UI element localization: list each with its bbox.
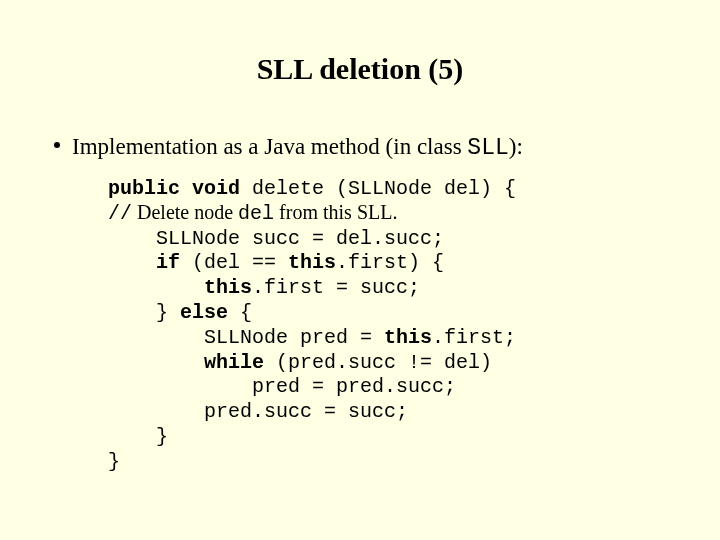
code-kw-this-2: this xyxy=(204,276,252,299)
code-comment-del: del xyxy=(238,202,274,225)
code-block: public void delete (SLLNode del) { // De… xyxy=(108,176,516,474)
slide: SLL deletion (5) Implementation as a Jav… xyxy=(0,0,720,540)
code-l5-indent xyxy=(108,276,204,299)
slide-title: SLL deletion (5) xyxy=(0,52,720,86)
code-kw-this-3: this xyxy=(384,326,432,349)
code-kw-while: while xyxy=(204,351,264,374)
code-l10: pred.succ = succ; xyxy=(108,400,408,423)
code-l7-indent: SLLNode pred = xyxy=(108,326,384,349)
code-l8-indent xyxy=(108,351,204,374)
bullet-class-name: SLL xyxy=(467,135,508,161)
code-l4-a: (del == xyxy=(180,251,288,274)
bullet-item: Implementation as a Java method (in clas… xyxy=(72,133,523,163)
code-l6-a: } xyxy=(108,301,180,324)
code-l11: } xyxy=(108,425,168,448)
code-l8-rest: (pred.succ != del) xyxy=(264,351,492,374)
code-l5-rest: .first = succ; xyxy=(252,276,420,299)
code-l1-rest: delete (SLLNode del) { xyxy=(240,177,516,200)
code-l6-b: { xyxy=(228,301,252,324)
code-l12: } xyxy=(108,450,120,473)
code-comment-slashes: // xyxy=(108,202,132,225)
code-l4-b: .first) { xyxy=(336,251,444,274)
code-l4-indent xyxy=(108,251,156,274)
code-l9: pred = pred.succ; xyxy=(108,375,456,398)
code-l7-rest: .first; xyxy=(432,326,516,349)
code-comment-a: Delete node xyxy=(132,201,238,223)
code-kw-public-void: public void xyxy=(108,177,240,200)
bullet-text-suffix: ): xyxy=(509,134,523,159)
code-kw-this-1: this xyxy=(288,251,336,274)
bullet-dot-icon xyxy=(54,142,60,148)
code-l3: SLLNode succ = del.succ; xyxy=(108,227,444,250)
code-kw-if: if xyxy=(156,251,180,274)
bullet-text-prefix: Implementation as a Java method (in clas… xyxy=(72,134,467,159)
code-comment-b: from this SLL. xyxy=(274,201,397,223)
code-kw-else: else xyxy=(180,301,228,324)
